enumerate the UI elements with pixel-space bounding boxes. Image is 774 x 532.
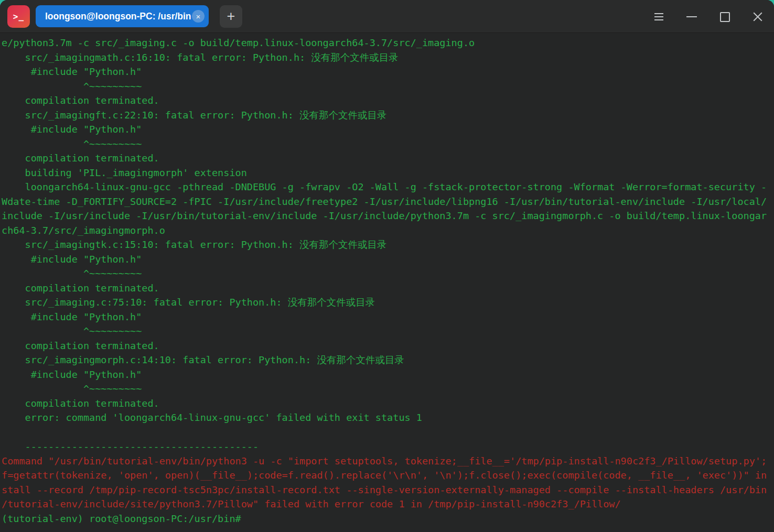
terminal-line: stall --record /tmp/pip-record-tsc5n3pc/…: [2, 483, 774, 497]
maximize-icon: [720, 12, 730, 22]
terminal-line: src/_imagingft.c:22:10: fatal error: Pyt…: [2, 108, 774, 123]
close-icon: [752, 12, 763, 22]
terminal-line: #include "Python.h": [2, 310, 774, 324]
terminal-line: #include "Python.h": [2, 367, 774, 382]
tab-terminal-session[interactable]: loongson@loongson-PC: /usr/bin ×: [36, 5, 209, 27]
terminal-line: e/python3.7m -c src/_imaging.c -o build/…: [2, 36, 774, 50]
terminal-line: compilation terminated.: [2, 281, 774, 296]
close-button[interactable]: [748, 7, 767, 26]
terminal-line: compilation terminated.: [2, 151, 774, 166]
terminal-line: src/_imagingtk.c:15:10: fatal error: Pyt…: [2, 237, 774, 252]
terminal-line: /tutorial-env/include/site/python3.7/Pil…: [2, 497, 774, 512]
hamburger-icon: [654, 13, 663, 20]
terminal-line: error: command 'loongarch64-linux-gnu-gc…: [2, 410, 774, 425]
tab-title: loongson@loongson-PC: /usr/bin: [36, 11, 209, 22]
terminal-line: building 'PIL._imagingmorph' extension: [2, 166, 774, 180]
terminal-line: src/_imagingmath.c:16:10: fatal error: P…: [2, 50, 774, 65]
terminal-line: ^~~~~~~~~~: [2, 137, 774, 151]
minimize-button[interactable]: [682, 7, 701, 26]
terminal-line: Command "/usr/bin/tutorial-env/bin/pytho…: [2, 454, 774, 469]
terminal-window: >_ loongson@loongson-PC: /usr/bin × +: [0, 0, 774, 532]
titlebar: >_ loongson@loongson-PC: /usr/bin × +: [0, 0, 774, 33]
terminal-line: Wdate-time -D_FORTIFY_SOURCE=2 -fPIC -I/…: [2, 194, 774, 209]
terminal-line: src/_imagingmorph.c:14:10: fatal error: …: [2, 353, 774, 367]
terminal-output[interactable]: e/python3.7m -c src/_imaging.c -o build/…: [0, 33, 774, 526]
terminal-line: #include "Python.h": [2, 64, 774, 79]
terminal-line: f=getattr(tokenize, 'open', open)(__file…: [2, 468, 774, 483]
plus-icon: +: [227, 9, 235, 24]
close-icon: ×: [196, 13, 201, 20]
terminal-line: #include "Python.h": [2, 252, 774, 267]
terminal-line: [2, 425, 774, 440]
terminal-line: ----------------------------------------: [2, 439, 774, 454]
terminal-line: ch64-3.7/src/_imagingmorph.o: [2, 223, 774, 238]
terminal-line: ^~~~~~~~~~: [2, 79, 774, 94]
minimize-icon: [686, 16, 697, 17]
terminal-app-icon: >_: [7, 5, 30, 28]
maximize-button[interactable]: [715, 7, 734, 26]
tab-close-button[interactable]: ×: [192, 10, 205, 23]
terminal-line: compilation terminated.: [2, 339, 774, 353]
terminal-line: compilation terminated.: [2, 93, 774, 108]
terminal-line: ^~~~~~~~~~: [2, 266, 774, 281]
window-controls: [635, 7, 767, 26]
terminal-line: include -I/usr/include -I/usr/bin/tutori…: [2, 209, 774, 223]
terminal-line: #include "Python.h": [2, 122, 774, 137]
terminal-app-icon-glyph: >_: [13, 12, 24, 21]
terminal-line: loongarch64-linux-gnu-gcc -pthread -DNDE…: [2, 180, 774, 194]
terminal-line: ^~~~~~~~~~: [2, 382, 774, 396]
menu-button[interactable]: [649, 7, 668, 26]
new-tab-button[interactable]: +: [220, 5, 242, 28]
terminal-line: src/_imaging.c:75:10: fatal error: Pytho…: [2, 295, 774, 310]
terminal-line: compilation terminated.: [2, 396, 774, 411]
terminal-prompt-line: (tutorial-env) root@loongson-PC:/usr/bin…: [2, 512, 774, 526]
terminal-line: ^~~~~~~~~~: [2, 324, 774, 339]
